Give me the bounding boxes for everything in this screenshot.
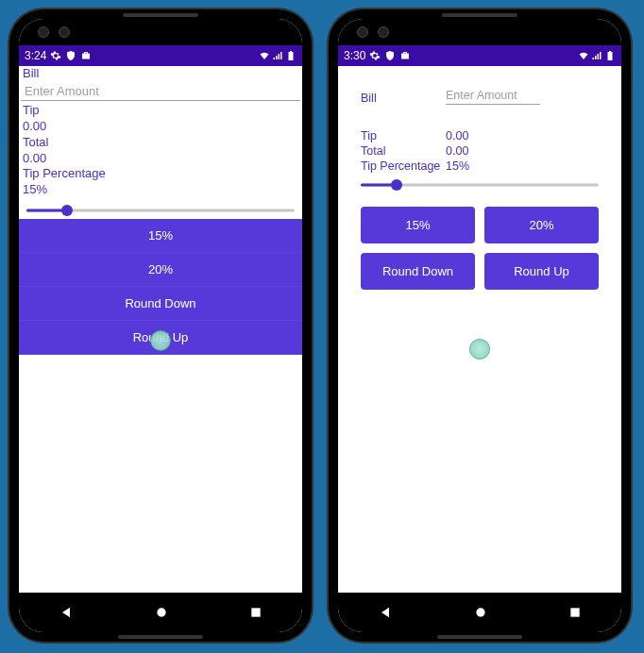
status-bar: 3:30: [338, 45, 621, 66]
total-label: Total: [19, 135, 302, 151]
tip-percentage-label: Tip Percentage: [19, 166, 302, 182]
tip-percentage-value: 15%: [446, 159, 469, 173]
phone-speaker: [123, 13, 198, 17]
nav-recent-icon[interactable]: [249, 606, 263, 619]
wifi-icon: [259, 50, 270, 61]
button-round-up[interactable]: Round Up: [484, 253, 599, 290]
bill-label: Bill: [361, 92, 446, 105]
camera-dot: [357, 26, 368, 38]
button-round-down[interactable]: Round Down: [19, 287, 302, 321]
nav-back-icon[interactable]: [378, 605, 393, 620]
svg-point-2: [476, 608, 484, 616]
gear-icon: [369, 50, 381, 61]
battery-icon: [604, 50, 616, 61]
camera-dot: [38, 26, 49, 38]
app-content: Bill Enter Amount Tip 0.00 Total 0.00 Ti…: [338, 66, 621, 593]
phone-speaker-bottom: [118, 635, 203, 639]
status-time: 3:24: [25, 49, 46, 62]
camera-dot: [378, 26, 389, 38]
tip-value: 0.00: [446, 129, 468, 142]
button-20pct[interactable]: 20%: [19, 253, 302, 287]
button-20pct[interactable]: 20%: [484, 207, 599, 243]
amount-input[interactable]: Enter Amount: [21, 82, 300, 101]
status-time: 3:30: [344, 49, 365, 62]
nav-bar: [19, 593, 302, 632]
signal-icon: [272, 50, 283, 61]
tip-value: 0.00: [19, 119, 302, 135]
svg-rect-3: [570, 608, 579, 616]
shield-icon: [384, 50, 396, 61]
tip-percentage-label: Tip Percentage: [361, 159, 446, 173]
total-value: 0.00: [446, 144, 468, 158]
app-content: Bill Enter Amount Tip 0.00 Total 0.00 Ti…: [19, 66, 302, 593]
camera-dot: [59, 26, 70, 38]
button-round-down[interactable]: Round Down: [361, 253, 475, 290]
camera-bar: [338, 19, 621, 45]
tip-slider[interactable]: [361, 178, 599, 192]
nav-bar: [338, 593, 621, 632]
touch-ripple-icon: [469, 339, 490, 360]
wifi-icon: [578, 50, 589, 61]
button-15pct[interactable]: 15%: [19, 219, 302, 253]
shield-icon: [65, 50, 76, 61]
button-15pct[interactable]: 15%: [361, 207, 475, 243]
phone-speaker-bottom: [437, 635, 522, 639]
amount-input[interactable]: Enter Amount: [446, 89, 540, 105]
tip-percentage-value: 15%: [19, 182, 302, 198]
phone-speaker: [442, 13, 517, 17]
tip-label: Tip: [361, 129, 446, 142]
total-value: 0.00: [19, 151, 302, 167]
gear-icon: [50, 50, 61, 61]
button-round-up[interactable]: Round Up: [19, 321, 302, 355]
tip-label: Tip: [19, 103, 302, 119]
briefcase-icon: [399, 50, 411, 61]
tip-slider[interactable]: [26, 204, 295, 217]
nav-home-icon[interactable]: [473, 605, 488, 620]
nav-recent-icon[interactable]: [568, 606, 582, 619]
svg-rect-1: [251, 608, 260, 616]
phone-frame-right: 3:30 Bill Enter Amount Tip 0.00 Total: [329, 9, 631, 642]
nav-home-icon[interactable]: [154, 605, 169, 620]
camera-bar: [19, 19, 302, 45]
phone-frame-left: 3:24 Bill Enter Amount Tip 0.00 Total 0.…: [9, 9, 312, 642]
battery-icon: [285, 50, 297, 61]
total-label: Total: [361, 144, 446, 158]
status-bar: 3:24: [19, 45, 302, 66]
touch-ripple-icon: [150, 330, 171, 351]
nav-back-icon[interactable]: [59, 605, 74, 620]
briefcase-icon: [80, 50, 92, 61]
signal-icon: [591, 50, 602, 61]
bill-label: Bill: [19, 66, 302, 82]
svg-point-0: [157, 608, 165, 616]
